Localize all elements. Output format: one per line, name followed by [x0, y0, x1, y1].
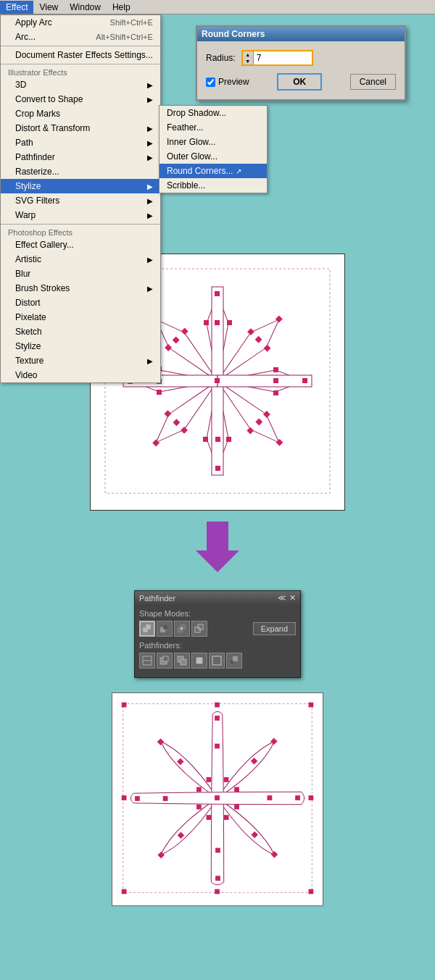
arc-item[interactable]: Arc... Alt+Shift+Ctrl+E — [1, 30, 160, 44]
svg-rect-98 — [234, 787, 239, 792]
minus-back-icon[interactable] — [226, 653, 242, 669]
round-corners-item[interactable]: Round Corners... ↗ — [160, 164, 267, 178]
merge-icon[interactable] — [174, 653, 190, 669]
pathfinders-label: Pathfinders: — [139, 641, 296, 650]
menubar: Effect View Window Help — [0, 0, 435, 14]
warp-item[interactable]: Warp ▶ — [1, 208, 160, 222]
expand-button[interactable]: Expand — [253, 622, 296, 635]
radius-row: Radius: ▲ ▼ — [206, 50, 396, 66]
svg-rect-53 — [181, 627, 183, 629]
panel-close-btn[interactable]: ✕ — [289, 593, 296, 603]
svg-rect-97 — [196, 805, 202, 810]
convert-shape-item[interactable]: Convert to Shape ▶ — [1, 92, 160, 106]
dialog-buttons-row: Preview OK Cancel — [206, 73, 396, 91]
arrow-container — [0, 522, 435, 572]
svg-rect-8 — [212, 287, 223, 381]
svg-rect-62 — [196, 658, 202, 663]
svg-rect-11 — [218, 375, 312, 387]
minus-front-icon[interactable] — [157, 621, 173, 637]
radius-spinner[interactable]: ▲ ▼ — [243, 51, 254, 64]
photoshop-effects-header: Photoshop Effects — [1, 226, 160, 238]
intersect-icon[interactable] — [174, 621, 190, 637]
window-menu-item[interactable]: Window — [64, 1, 107, 14]
spinner-up[interactable]: ▲ — [243, 51, 253, 58]
pathfinder-panel-container: Pathfinder ≪ ✕ Shape Modes: — [0, 583, 435, 685]
crop-marks-item[interactable]: Crop Marks — [1, 106, 160, 121]
dialog-titlebar: Round Corners — [197, 27, 405, 41]
svg-rect-32 — [203, 437, 208, 442]
path-item[interactable]: Path ▶ — [1, 135, 160, 150]
svg-marker-46 — [196, 522, 239, 572]
svg-rect-21 — [302, 378, 307, 383]
outer-glow-item[interactable]: Outer Glow... — [160, 149, 267, 164]
svg-rect-68 — [215, 744, 220, 749]
svg-rect-16 — [215, 378, 220, 383]
round-corners-dialog: Round Corners Radius: ▲ ▼ Preview OK — [196, 25, 406, 101]
svg-rect-93 — [224, 777, 229, 782]
video-item[interactable]: Video — [1, 368, 160, 382]
svg-rect-39 — [157, 390, 162, 395]
crop-icon[interactable] — [191, 653, 207, 669]
svg-rect-9 — [212, 381, 223, 475]
effect-gallery-item[interactable]: Effect Gallery... — [1, 238, 160, 252]
effect-menu-item[interactable]: Effect — [0, 1, 33, 14]
svg-rect-80 — [135, 796, 140, 801]
spinner-down[interactable]: ▼ — [243, 58, 253, 64]
texture-item[interactable]: Texture ▶ — [1, 353, 160, 368]
svg-filters-item[interactable]: SVG Filters ▶ — [1, 193, 160, 208]
exclude-icon[interactable] — [191, 621, 207, 637]
preview-checkbox[interactable] — [206, 78, 215, 87]
svg-rect-29 — [215, 466, 220, 471]
outline-icon[interactable] — [209, 653, 225, 669]
stylize-item[interactable]: Stylize ▶ — [1, 179, 160, 193]
help-menu-item[interactable]: Help — [107, 1, 136, 14]
effect-dropdown: Apply Arc Shift+Ctrl+E Arc... Alt+Shift+… — [0, 14, 161, 383]
svg-rect-99 — [234, 805, 239, 810]
svg-rect-85 — [309, 703, 314, 708]
svg-rect-15 — [227, 320, 232, 325]
artistic-item[interactable]: Artistic ▶ — [1, 252, 160, 267]
scribble-item[interactable]: Scribble... — [160, 178, 267, 193]
svg-rect-67 — [215, 716, 220, 721]
stylize-submenu: Drop Shadow... Feather... Inner Glow... … — [159, 105, 268, 193]
panel-titlebar: Pathfinder ≪ ✕ — [135, 591, 300, 605]
svg-rect-96 — [196, 787, 202, 792]
3d-item[interactable]: 3D ▶ — [1, 78, 160, 92]
panel-body: Shape Modes: — [135, 605, 300, 677]
stylize2-item[interactable]: Stylize — [1, 339, 160, 353]
rasterize-item[interactable]: Rasterize... — [1, 164, 160, 179]
svg-rect-30 — [215, 437, 220, 442]
sep2 — [1, 64, 160, 64]
trim-icon[interactable] — [157, 653, 173, 669]
document-raster-item[interactable]: Document Raster Effects Settings... — [1, 48, 160, 62]
svg-rect-61 — [181, 659, 186, 665]
svg-rect-94 — [207, 815, 212, 820]
svg-rect-86 — [122, 889, 127, 895]
svg-rect-14 — [204, 320, 209, 325]
inner-glow-item[interactable]: Inner Glow... — [160, 135, 267, 149]
illustrator-effects-header: Illustrator Effects — [1, 66, 160, 78]
pathfinder-item[interactable]: Pathfinder ▶ — [1, 150, 160, 164]
svg-rect-23 — [273, 367, 278, 372]
svg-rect-72 — [295, 795, 300, 800]
view-menu-item[interactable]: View — [33, 1, 64, 14]
brush-strokes-item[interactable]: Brush Strokes ▶ — [1, 281, 160, 296]
apply-arc-item[interactable]: Apply Arc Shift+Ctrl+E — [1, 15, 160, 30]
svg-rect-13 — [215, 320, 220, 325]
sketch-item[interactable]: Sketch — [1, 324, 160, 339]
pixelate-item[interactable]: Pixelate — [1, 310, 160, 324]
radius-label: Radius: — [206, 53, 236, 63]
distort-transform-item[interactable]: Distort & Transform ▶ — [1, 121, 160, 135]
drop-shadow-item[interactable]: Drop Shadow... — [160, 106, 267, 120]
preview-checkbox-label[interactable]: Preview — [206, 77, 249, 87]
cancel-button[interactable]: Cancel — [350, 74, 396, 90]
feather-item[interactable]: Feather... — [160, 120, 267, 135]
svg-rect-91 — [309, 795, 314, 800]
ok-button[interactable]: OK — [277, 73, 322, 91]
panel-collapse-btn[interactable]: ≪ — [278, 593, 286, 603]
distort-item[interactable]: Distort — [1, 296, 160, 310]
blur-item[interactable]: Blur — [1, 267, 160, 281]
unite-icon[interactable] — [139, 621, 155, 637]
radius-input[interactable] — [254, 51, 312, 64]
divide-icon[interactable] — [139, 653, 155, 669]
